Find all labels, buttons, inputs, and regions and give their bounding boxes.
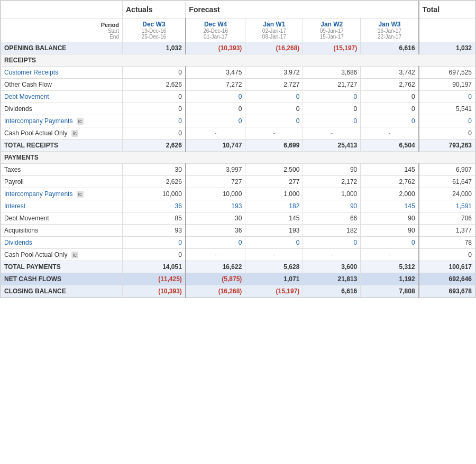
col-jan-w3-end: 22-Jan-17 <box>364 34 415 40</box>
taxes-val-2: 2,500 <box>245 164 303 176</box>
col-jan-w1-name: Jan W1 <box>249 21 299 28</box>
acquisitions-val-4: 90 <box>361 225 419 237</box>
interest-label: Interest <box>1 200 123 212</box>
net-cash-flows-label: NET CASH FLOWS <box>1 273 123 285</box>
acquisitions-val-0: 93 <box>123 225 186 237</box>
net-cash-flows-val-2: 1,071 <box>245 273 303 285</box>
payments-label: PAYMENTS <box>1 152 475 164</box>
col-dec-w3-start: 19-Dec-16 <box>126 28 182 34</box>
dividends-receipts-row: Dividends 0 0 0 0 0 5,541 <box>1 103 475 115</box>
col-jan-w1-start: 02-Jan-17 <box>249 28 299 34</box>
opening-balance-val-2: (16,268) <box>245 42 303 54</box>
dividends-receipts-label: Dividends <box>1 103 123 115</box>
opening-balance-val-0: 1,032 <box>123 42 186 54</box>
debt-movement-receipts-val-2: 0 <box>245 91 303 103</box>
total-receipts-val-4: 6,504 <box>361 140 419 152</box>
customer-receipts-val-total: 697,525 <box>419 67 475 79</box>
closing-balance-val-4: 7,808 <box>361 285 419 298</box>
total-receipts-label: TOTAL RECEIPTS <box>1 140 123 152</box>
total-receipts-val-2: 6,699 <box>245 140 303 152</box>
debt-movement-receipts-val-3: 0 <box>303 91 361 103</box>
col-dec-w4-name: Dec W4 <box>189 21 242 28</box>
debt-movement-payments-val-total: 706 <box>419 212 475 225</box>
payroll-val-1: 727 <box>186 176 245 188</box>
intercompany-payments-payments-val-3: 1,000 <box>303 188 361 200</box>
total-payments-label: TOTAL PAYMENTS <box>1 261 123 273</box>
debt-movement-payments-val-1: 30 <box>186 212 245 225</box>
total-receipts-val-total: 793,263 <box>419 140 475 152</box>
acquisitions-row: Acquisitions 93 36 193 182 90 1,377 <box>1 225 475 237</box>
dividends-payments-val-0: 0 <box>123 237 186 249</box>
payroll-val-2: 277 <box>245 176 303 188</box>
intercompany-payments-payments-val-0: 10,000 <box>123 188 186 200</box>
intercompany-payments-payments-val-1: 10,000 <box>186 188 245 200</box>
cash-pool-actual-only-payments-val-1: - <box>186 249 245 261</box>
dividends-receipts-val-total: 5,541 <box>419 103 475 115</box>
customer-receipts-label: Customer Receipts <box>1 67 123 79</box>
taxes-val-0: 30 <box>123 164 186 176</box>
period-label: Period <box>4 22 119 28</box>
cash-pool-actual-only-payments-label: Cash Pool Actual Only ic <box>1 249 123 261</box>
dividends-payments-row: Dividends 0 0 0 0 0 78 <box>1 237 475 249</box>
cash-pool-actual-only-receipts-val-total: 0 <box>419 127 475 140</box>
interest-row: Interest 36 193 182 90 145 1,591 <box>1 200 475 212</box>
cash-pool-actual-only-receipts-val-0: 0 <box>123 127 186 140</box>
debt-movement-receipts-label: Debt Movement <box>1 91 123 103</box>
total-payments-row: TOTAL PAYMENTS 14,051 16,622 5,628 3,600… <box>1 261 475 273</box>
total-payments-val-total: 100,617 <box>419 261 475 273</box>
total-payments-val-4: 5,312 <box>361 261 419 273</box>
opening-balance-val-4: 6,616 <box>361 42 419 54</box>
closing-balance-label: CLOSING BALANCE <box>1 285 123 298</box>
closing-balance-val-1: (16,268) <box>186 285 245 298</box>
debt-movement-receipts-val-total: 0 <box>419 91 475 103</box>
interest-val-1: 193 <box>186 200 245 212</box>
customer-receipts-val-4: 3,742 <box>361 67 419 79</box>
ic-badge-cash-pool-receipts: ic <box>71 130 78 137</box>
customer-receipts-val-3: 3,686 <box>303 67 361 79</box>
total-payments-val-0: 14,051 <box>123 261 186 273</box>
debt-movement-receipts-row: Debt Movement 0 0 0 0 0 0 <box>1 91 475 103</box>
dividends-receipts-val-1: 0 <box>186 103 245 115</box>
intercompany-payments-receipts-label: Intercompany Payments ic <box>1 115 123 127</box>
opening-balance-val-1: (10,393) <box>186 42 245 54</box>
debt-movement-receipts-val-1: 0 <box>186 91 245 103</box>
acquisitions-val-1: 36 <box>186 225 245 237</box>
cash-pool-actual-only-receipts-val-3: - <box>303 127 361 140</box>
payments-header-row: PAYMENTS <box>1 152 475 164</box>
intercompany-payments-payments-row: Intercompany Payments ic 10,000 10,000 1… <box>1 188 475 200</box>
other-cash-flow-row: Other Cash Flow 2,626 7,272 2,727 21,727… <box>1 79 475 91</box>
debt-movement-payments-val-2: 145 <box>245 212 303 225</box>
dividends-payments-val-3: 0 <box>303 237 361 249</box>
cash-pool-actual-only-payments-row: Cash Pool Actual Only ic 0 - - - - 0 <box>1 249 475 261</box>
interest-val-4: 145 <box>361 200 419 212</box>
debt-movement-payments-row: Debt Movement 85 30 145 66 90 706 <box>1 212 475 225</box>
receipts-header-row: RECEIPTS <box>1 54 475 67</box>
col-dec-w3-end: 25-Dec-16 <box>126 34 182 40</box>
total-group-header: Total <box>419 1 475 18</box>
debt-movement-payments-val-4: 90 <box>361 212 419 225</box>
closing-balance-val-3: 6,616 <box>303 285 361 298</box>
intercompany-payments-receipts-val-4: 0 <box>361 115 419 127</box>
col-jan-w2-name: Jan W2 <box>306 21 357 28</box>
acquisitions-label: Acquisitions <box>1 225 123 237</box>
debt-movement-receipts-val-4: 0 <box>361 91 419 103</box>
intercompany-payments-receipts-val-total: 0 <box>419 115 475 127</box>
cash-pool-actual-only-receipts-val-4: - <box>361 127 419 140</box>
opening-balance-val-total: 1,032 <box>419 42 475 54</box>
other-cash-flow-val-4: 2,762 <box>361 79 419 91</box>
total-receipts-val-3: 25,413 <box>303 140 361 152</box>
payroll-label: Payroll <box>1 176 123 188</box>
interest-val-0: 36 <box>123 200 186 212</box>
payroll-val-4: 2,762 <box>361 176 419 188</box>
debt-movement-payments-label: Debt Movement <box>1 212 123 225</box>
dividends-payments-val-2: 0 <box>245 237 303 249</box>
cash-pool-actual-only-receipts-label: Cash Pool Actual Only ic <box>1 127 123 140</box>
dividends-payments-val-4: 0 <box>361 237 419 249</box>
net-cash-flows-row: NET CASH FLOWS (11,425) (5,875) 1,071 21… <box>1 273 475 285</box>
col-jan-w3-name: Jan W3 <box>364 21 415 28</box>
dividends-payments-val-total: 78 <box>419 237 475 249</box>
total-receipts-val-0: 2,626 <box>123 140 186 152</box>
acquisitions-val-total: 1,377 <box>419 225 475 237</box>
debt-movement-receipts-val-0: 0 <box>123 91 186 103</box>
intercompany-payments-receipts-val-2: 0 <box>245 115 303 127</box>
